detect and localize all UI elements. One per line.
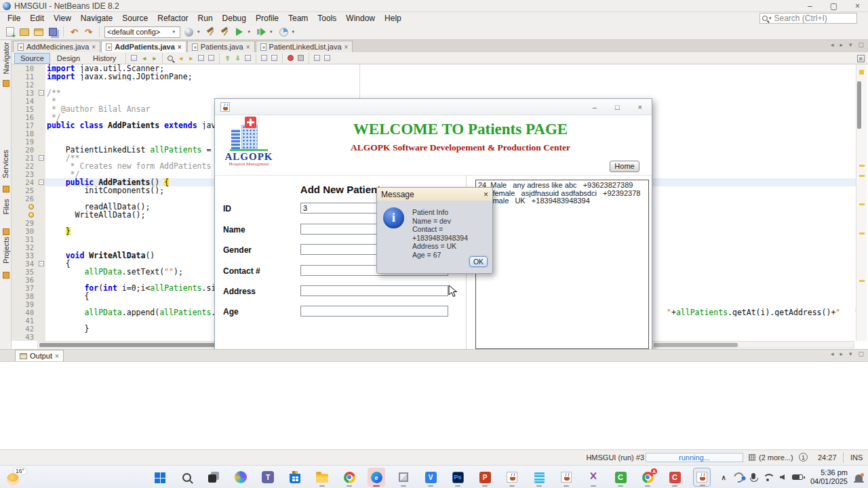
line-number-gutter[interactable]: 13 — [12, 89, 37, 97]
line-number-gutter[interactable]: 33 — [12, 251, 37, 260]
code-fold-gutter[interactable] — [37, 129, 45, 138]
warning-mark[interactable] — [859, 232, 865, 235]
view-button-design[interactable]: Design — [51, 53, 86, 64]
output-controls[interactable]: ◂▸▾▢ — [831, 350, 864, 357]
menu-window[interactable]: Window — [341, 13, 380, 24]
code-fold-gutter[interactable] — [37, 227, 45, 235]
hint-bulb-icon[interactable] — [28, 204, 34, 209]
editor-tab-addmedicines-java[interactable]: AddMedicines.java× — [13, 41, 100, 52]
c-green-icon[interactable]: C — [612, 468, 629, 487]
line-number-gutter[interactable]: 10 — [12, 64, 37, 73]
editor-tab-addpatients-java[interactable]: AddPatients.java× — [101, 41, 186, 52]
virtualbox-icon[interactable] — [395, 468, 412, 487]
scrollbar-thumb[interactable] — [857, 81, 861, 129]
copilot-icon[interactable] — [232, 468, 250, 487]
maximize-icon[interactable]: □ — [615, 103, 620, 111]
tab-scroll-controls[interactable]: ◂▸▾▢ — [831, 41, 864, 48]
line-number-gutter[interactable]: 38 — [12, 292, 37, 300]
menu-file[interactable]: File — [3, 13, 25, 24]
code-fold-gutter[interactable] — [37, 203, 45, 211]
warning-mark[interactable] — [859, 70, 864, 75]
line-number-gutter[interactable]: 29 — [12, 219, 37, 227]
line-number-gutter[interactable]: 18 — [12, 129, 37, 138]
fold-collapse-icon[interactable]: – — [39, 90, 44, 96]
java-running-icon[interactable] — [693, 468, 711, 487]
code-fold-gutter[interactable] — [37, 113, 45, 121]
next-bookmark-icon[interactable]: ⇧ — [223, 54, 232, 62]
stop-macro-icon[interactable] — [296, 54, 305, 62]
volume-icon[interactable] — [780, 474, 785, 480]
code-fold-gutter[interactable] — [37, 146, 45, 154]
line-number-gutter[interactable] — [12, 203, 37, 211]
menu-help[interactable]: Help — [380, 13, 406, 24]
menu-run[interactable]: Run — [193, 13, 218, 24]
close-icon[interactable]: × — [344, 43, 349, 51]
code-fold-gutter[interactable]: – — [37, 178, 45, 186]
line-number-gutter[interactable]: 19 — [12, 138, 37, 146]
menu-debug[interactable]: Debug — [218, 13, 251, 24]
view-button-source[interactable]: Source — [14, 53, 50, 64]
line-number-gutter[interactable]: 25 — [12, 186, 37, 195]
chrome-icon[interactable] — [340, 468, 358, 487]
line-number-gutter[interactable]: 20 — [12, 146, 37, 154]
code-fold-gutter[interactable]: – — [37, 154, 45, 162]
save-all-icon[interactable] — [47, 26, 58, 38]
code-fold-gutter[interactable]: – — [37, 89, 45, 97]
find-selection-icon[interactable] — [166, 54, 175, 62]
teams-icon[interactable]: T — [259, 468, 277, 487]
warning-mark[interactable] — [859, 165, 865, 167]
run-project-icon[interactable] — [234, 26, 245, 38]
patients-textarea[interactable]: 24 Male any adress like abc +93623827389… — [475, 180, 649, 349]
progress-bar[interactable]: running... — [646, 453, 743, 462]
find-next-icon[interactable]: ▸ — [186, 54, 195, 62]
ok-button[interactable]: OK — [469, 256, 488, 267]
store-icon[interactable] — [286, 468, 304, 487]
line-number-gutter[interactable]: 41 — [12, 317, 37, 325]
close-icon[interactable]: × — [638, 103, 642, 111]
warning-mark[interactable] — [859, 280, 865, 282]
warning-mark[interactable] — [859, 203, 865, 205]
code-fold-gutter[interactable] — [37, 243, 45, 251]
minimize-icon[interactable]: – — [593, 103, 597, 111]
snipping-tool-icon[interactable] — [585, 468, 602, 487]
java-app-icon[interactable] — [503, 468, 521, 487]
notifications-icon[interactable]: 1 — [799, 453, 808, 462]
toggle-bookmark-icon[interactable]: ⇩ — [233, 54, 242, 62]
line-number-gutter[interactable]: 34 — [12, 260, 37, 268]
code-fold-gutter[interactable] — [37, 292, 45, 300]
line-number-gutter[interactable]: 14 — [12, 97, 37, 105]
editor-tab-patients-java[interactable]: Patients.java× — [187, 41, 255, 52]
start-macro-icon[interactable] — [286, 54, 295, 62]
close-icon[interactable]: × — [484, 190, 488, 199]
line-number-gutter[interactable]: 43 — [12, 333, 37, 341]
new-project-icon[interactable] — [18, 26, 30, 38]
line-number-gutter[interactable]: 15 — [12, 105, 37, 113]
menu-view[interactable]: View — [49, 13, 76, 24]
line-number-gutter[interactable]: 32 — [12, 243, 37, 251]
menu-refactor[interactable]: Refactor — [153, 13, 193, 24]
task-view-icon[interactable] — [205, 468, 222, 487]
menu-navigate[interactable]: Navigate — [76, 13, 117, 24]
code-fold-gutter[interactable] — [37, 170, 45, 178]
warning-mark[interactable] — [859, 175, 865, 177]
vscode-icon[interactable]: V — [422, 468, 439, 487]
code-fold-gutter[interactable] — [37, 81, 45, 89]
code-fold-gutter[interactable] — [37, 97, 45, 105]
sidebar-tab-navigator[interactable]: Navigator — [0, 54, 12, 88]
line-number-gutter[interactable]: 16 — [12, 113, 37, 121]
tray-expand-icon[interactable]: ∧ — [722, 474, 726, 481]
shift-right-icon[interactable] — [260, 54, 269, 62]
field-input-address[interactable] — [300, 285, 448, 296]
build-project-icon[interactable] — [205, 26, 217, 38]
java-app-2-icon[interactable] — [557, 468, 575, 487]
menu-edit[interactable]: Edit — [25, 13, 49, 24]
debug-project-icon[interactable] — [256, 26, 267, 38]
view-button-history[interactable]: History — [87, 53, 122, 64]
search-input[interactable]: ▾ Search (Ctrl+I) — [760, 13, 857, 24]
field-input-age[interactable] — [300, 306, 448, 317]
toggle-highlight-icon[interactable] — [197, 54, 205, 62]
file-explorer-icon[interactable] — [313, 468, 331, 487]
minimize-icon[interactable]: – — [808, 1, 812, 11]
tray-app-icon[interactable] — [732, 470, 745, 484]
code-fold-gutter[interactable] — [37, 64, 45, 73]
